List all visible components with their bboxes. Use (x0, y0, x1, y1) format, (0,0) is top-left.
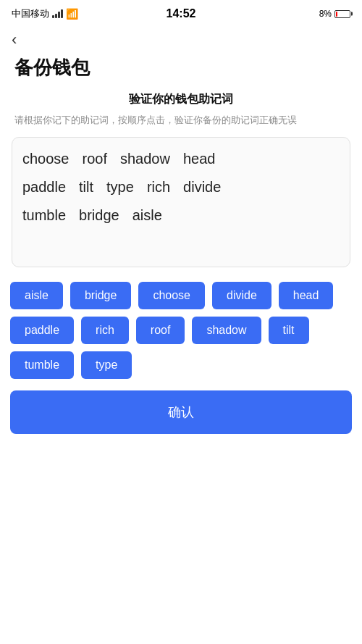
tag-choose[interactable]: choose (138, 282, 205, 309)
tag-type[interactable]: type (81, 351, 132, 379)
grid-word-divide: divide (183, 179, 221, 196)
tag-tilt[interactable]: tilt (269, 317, 309, 344)
tag-roof[interactable]: roof (136, 317, 185, 344)
tag-paddle[interactable]: paddle (10, 317, 74, 344)
battery-percent-label: 8% (319, 9, 332, 19)
tag-aisle[interactable]: aisle (10, 282, 63, 309)
grid-word-shadow: shadow (120, 151, 170, 167)
grid-word-bridge: bridge (79, 207, 119, 224)
tag-rich[interactable]: rich (81, 317, 129, 344)
tag-shadow[interactable]: shadow (192, 317, 261, 344)
grid-word-tumble: tumble (22, 207, 66, 224)
tag-divide[interactable]: divide (212, 282, 272, 309)
signal-icon (52, 8, 63, 20)
carrier-label: 中国移动 (12, 7, 49, 20)
status-bar: 中国移动 📶 14:52 8% (0, 0, 362, 25)
tag-tumble[interactable]: tumble (10, 351, 74, 379)
section-title: 验证你的钱包助记词 (0, 92, 362, 107)
back-button[interactable]: ‹ (0, 25, 28, 52)
wifi-icon: 📶 (66, 8, 78, 20)
grid-word-head: head (183, 151, 216, 167)
back-icon: ‹ (12, 30, 17, 49)
word-grid-row-1: choose roof shadow head (22, 151, 340, 170)
tag-area: aisle bridge choose divide head paddle r… (0, 282, 362, 379)
page-title: 备份钱包 (0, 52, 362, 92)
grid-word-paddle: paddle (22, 179, 66, 196)
status-left: 中国移动 📶 (12, 7, 78, 20)
grid-word-roof: roof (83, 151, 107, 167)
status-time: 14:52 (167, 7, 196, 20)
status-right: 8% (319, 9, 350, 19)
word-grid-row-3: tumble bridge aisle (22, 207, 340, 227)
grid-word-aisle: aisle (132, 207, 162, 224)
tag-bridge[interactable]: bridge (70, 282, 131, 309)
grid-word-choose: choose (22, 151, 70, 167)
grid-word-tilt: tilt (79, 179, 93, 196)
word-grid-box: choose roof shadow head paddle tilt type… (12, 137, 350, 267)
tag-head[interactable]: head (279, 282, 334, 309)
grid-word-rich: rich (147, 179, 170, 196)
grid-word-type: type (106, 179, 134, 196)
confirm-button[interactable]: 确认 (10, 390, 352, 434)
word-grid-row-2: paddle tilt type rich divide (22, 179, 340, 198)
battery-icon (334, 10, 350, 18)
section-subtitle: 请根据你记下的助记词，按顺序点击，验证你备份的助记词正确无误 (0, 113, 362, 128)
